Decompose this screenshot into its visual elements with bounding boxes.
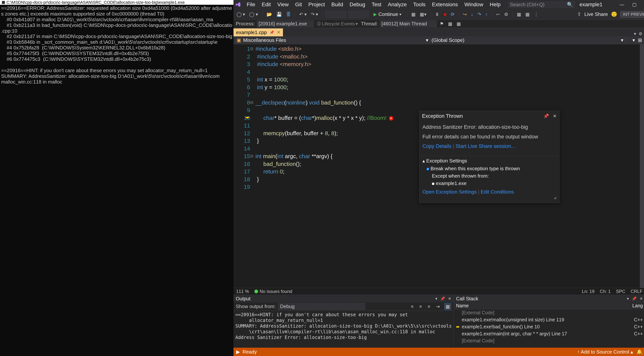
callstack-dropdown-icon[interactable]: ▾ <box>627 296 629 301</box>
code-content[interactable]: ⊟#include <stdio.h> #include <malloc.h> … <box>254 44 640 288</box>
nav-fwd-button[interactable]: ◯ ▾ <box>248 11 259 18</box>
save-all-button[interactable]: 🗄 <box>285 11 292 18</box>
tb-extra-1[interactable]: ⤺ <box>495 11 501 18</box>
break-when-checkbox[interactable]: Break when this exception type is thrown <box>426 166 520 171</box>
output-pin-icon[interactable]: 📌 <box>440 296 445 301</box>
output-text[interactable]: ==20916==HINT: if you don't care about t… <box>234 311 454 348</box>
continue-button[interactable]: ▶ Continue ▾ <box>371 10 404 18</box>
tb-icon-1[interactable]: ▦ <box>410 11 417 18</box>
output-tb-3[interactable]: ≡ <box>426 303 431 310</box>
eol-indicator[interactable]: CRLF <box>631 289 643 294</box>
redo-button[interactable]: ↷ ▾ <box>310 11 319 18</box>
callstack-pin-icon[interactable]: 📌 <box>632 296 636 301</box>
menu-test[interactable]: Test <box>369 0 384 9</box>
resize-grip-icon[interactable]: ◢ <box>422 195 556 200</box>
console-output[interactable]: ==20916==ERROR: AddressSanitizer: reques… <box>0 5 234 85</box>
menu-file[interactable]: File <box>244 0 258 9</box>
feedback-icon[interactable]: 🙂 <box>611 11 617 17</box>
tb-extra-3[interactable]: ▦ <box>516 11 522 18</box>
tab-overflow-icon[interactable]: ▾ <box>634 31 636 36</box>
open-file-button[interactable]: 📂 <box>265 11 273 18</box>
output-dropdown-icon[interactable]: ▾ <box>435 296 437 301</box>
callstack-row[interactable]: [External Code] <box>454 309 644 316</box>
output-tb-5[interactable]: ▦ <box>444 303 451 310</box>
tb-extra-2[interactable]: ⚙ <box>503 11 510 18</box>
start-live-share-link[interactable]: Start Live Share session... <box>456 143 515 149</box>
live-share-label[interactable]: Live Share <box>584 11 608 17</box>
tab-settings-icon[interactable]: ⚙ <box>639 31 642 36</box>
code-editor[interactable]: 12345678910111213141516171819 ⊟#include … <box>234 44 644 288</box>
indent-indicator[interactable]: SPC <box>616 289 625 294</box>
open-exception-settings-link[interactable]: Open Exception Settings <box>422 189 477 195</box>
nav-scope-combo[interactable]: (Global Scope) ▾ <box>430 37 625 43</box>
menu-debug[interactable]: Debug <box>347 0 368 9</box>
live-share-icon[interactable]: ⇪ <box>577 11 581 17</box>
menu-build[interactable]: Build <box>329 0 346 9</box>
flag-icon[interactable]: ⚑ <box>438 20 445 27</box>
vs-logo-icon[interactable] <box>235 1 241 7</box>
menu-help[interactable]: Help <box>487 0 503 9</box>
zoom-level[interactable]: 111 % <box>236 289 249 294</box>
process-dropdown[interactable]: [20916] example1.exe <box>257 20 314 27</box>
callstack-close-icon[interactable]: ✕ <box>640 296 643 301</box>
step-over-button[interactable]: ↷ <box>476 11 482 18</box>
menu-project[interactable]: Project <box>306 0 328 9</box>
close-tab-icon[interactable]: ✕ <box>277 30 280 35</box>
output-tb-2[interactable]: ≡ <box>418 303 423 310</box>
callstack-row[interactable]: [External Code] <box>454 337 644 344</box>
callstack-row[interactable]: example1.exe!bad_function() Line 10C++ <box>454 323 644 330</box>
save-button[interactable]: 💾 <box>275 11 283 18</box>
pin-icon[interactable]: 📌 <box>270 30 274 35</box>
output-close-icon[interactable]: ✕ <box>448 296 451 301</box>
output-source-combo[interactable]: Debug <box>278 303 365 310</box>
config-dropdown[interactable] <box>326 11 346 18</box>
menu-analyze[interactable]: Analyze <box>385 0 409 9</box>
except-target-checkbox[interactable]: example1.exe <box>426 180 556 187</box>
step-into-button[interactable]: ↓ <box>470 11 474 18</box>
int-preview-badge[interactable]: INT PREVIEW <box>620 11 644 18</box>
nav-project-combo[interactable]: ▣ Miscellaneous Files ▾ <box>235 37 430 43</box>
add-scm-button[interactable]: ↑ Add to Source Control ▴ <box>577 349 633 355</box>
callstack-row[interactable]: example1.exe!malloc(unsigned int size) L… <box>454 316 644 323</box>
error-icon[interactable]: ✕ <box>389 116 394 121</box>
notifications-icon[interactable]: 🔔 <box>636 349 642 355</box>
menu-git[interactable]: Git <box>292 0 304 9</box>
tb-extra-4[interactable]: ▦ <box>524 11 531 18</box>
edit-conditions-link[interactable]: Edit Conditions <box>481 189 514 195</box>
console-titlebar[interactable]: C:\MSDN\cpp-docs-pr\docs\c-language\ASAN… <box>0 0 234 5</box>
platform-dropdown[interactable] <box>348 11 369 18</box>
menu-window[interactable]: Window <box>462 0 486 9</box>
menu-extensions[interactable]: Extensions <box>429 0 460 9</box>
editor-scrollbar[interactable] <box>640 44 644 288</box>
copy-details-link[interactable]: Copy Details <box>422 143 452 149</box>
maximize-button[interactable]: ▢ <box>630 1 639 7</box>
tb-icon-2[interactable]: ▦▾ <box>419 11 428 18</box>
step-out-button[interactable]: ↑ <box>484 11 489 18</box>
thread-icon-2[interactable]: ▦ <box>456 20 462 27</box>
menu-view[interactable]: View <box>274 0 291 9</box>
output-tb-1[interactable]: ≡ <box>410 303 415 310</box>
nav-member-combo[interactable]: ▾ <box>625 37 636 43</box>
thread-dropdown[interactable]: [46012] Main Thread <box>380 20 437 27</box>
stack-frame-icon[interactable]: ▦ <box>447 20 454 27</box>
lifecycle-events[interactable]: 🛈 Lifecycle Events ▾ <box>316 20 359 27</box>
close-popup-icon[interactable]: ✕ <box>553 113 557 119</box>
output-tb-4[interactable]: ⇥ <box>435 303 441 310</box>
restart-button[interactable]: ⟳ <box>450 11 456 18</box>
callstack-row[interactable]: example1.exe!main(int argc, char * * arg… <box>454 330 644 337</box>
callstack-col-lang[interactable]: Lang <box>632 303 643 309</box>
callstack-col-name[interactable]: Name <box>456 303 632 309</box>
undo-button[interactable]: ↶ ▾ <box>298 11 308 18</box>
close-button[interactable]: ✕ <box>642 1 644 7</box>
nav-back-button[interactable]: ◯ ▾ <box>236 11 246 18</box>
file-tab-active[interactable]: example1.cpp 📌 ✕ <box>234 28 283 36</box>
next-statement-button[interactable]: ↪ <box>462 11 468 18</box>
tb-extra-5[interactable]: ⋮ <box>533 11 540 18</box>
break-all-button[interactable]: ⏸ <box>434 11 441 18</box>
menu-tools[interactable]: Tools <box>410 0 428 9</box>
pin-popup-icon[interactable]: 📌 <box>543 113 549 119</box>
exception-settings-header[interactable]: ▴ Exception Settings <box>422 158 556 164</box>
split-icon[interactable]: ⊞ <box>636 37 644 43</box>
stop-button[interactable]: ■ <box>442 11 448 18</box>
minimize-button[interactable]: — <box>618 1 626 7</box>
